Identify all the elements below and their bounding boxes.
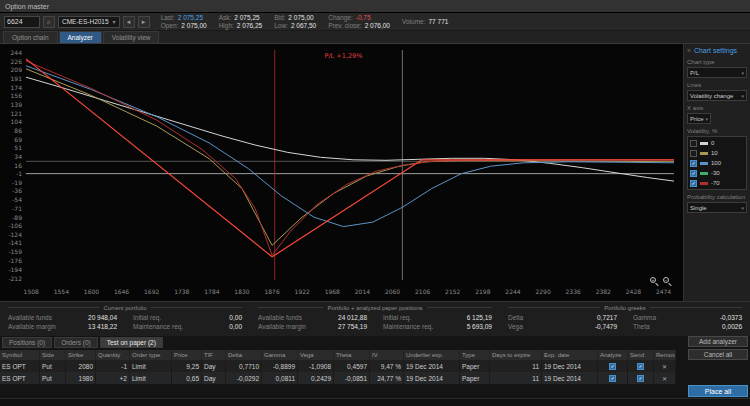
window-titlebar: Option master: [0, 0, 750, 13]
column-header-side[interactable]: Side: [40, 350, 66, 360]
analyze-checkbox[interactable]: ✓: [609, 363, 616, 370]
column-header-tif[interactable]: TIF: [202, 350, 226, 360]
lines-select[interactable]: Volatility change ▾: [687, 90, 747, 101]
cell: Day: [202, 372, 226, 384]
analyze-checkbox[interactable]: ✓: [609, 375, 616, 382]
tab-volatility-view[interactable]: Volatility view: [103, 31, 160, 43]
quote: Last:2 075,25: [161, 14, 207, 21]
column-header-order-type[interactable]: Order type: [130, 350, 172, 360]
table-row[interactable]: ES OPTPut2080-1Limit9,25Day0,7710-0,8899…: [0, 360, 686, 372]
stat-label: Maintenance req.: [383, 323, 433, 330]
send-checkbox[interactable]: ✓: [637, 375, 644, 382]
volatility-list: 010✓100✓-30✓-70: [687, 136, 747, 190]
column-header-symbol[interactable]: Symbol: [0, 350, 40, 360]
chart-type-label: Chart type: [687, 59, 747, 65]
volatility-value: -30: [711, 170, 720, 176]
column-header-remove[interactable]: Remove: [654, 350, 676, 360]
cell: Paper: [460, 360, 490, 372]
positions-tab-test-on-paper-2[interactable]: Test on paper (2): [100, 337, 163, 348]
quote-label: Low:: [274, 22, 288, 29]
column-header-gamma[interactable]: Gamma: [262, 350, 298, 360]
volatility-item[interactable]: ✓100: [688, 158, 746, 168]
search-icon: ⌕: [47, 18, 51, 26]
quote: High:2 076,25: [219, 22, 263, 29]
contract-next-button[interactable]: ▸: [138, 16, 150, 28]
x-tick-label: 2152: [445, 288, 460, 295]
zoom-in-button[interactable]: +: [650, 277, 658, 285]
cell: Paper: [460, 372, 490, 384]
chart-type-select[interactable]: P/L ▾: [687, 67, 747, 78]
volatility-checkbox[interactable]: ✓: [690, 160, 697, 167]
positions-tab-positions-0[interactable]: Positions (0): [2, 337, 52, 348]
volatility-checkbox[interactable]: [690, 140, 697, 147]
crosshair-pl-label: P/L +1,29%: [325, 52, 363, 60]
positions-tab-orders-0[interactable]: Orders (0): [54, 337, 98, 348]
symbol-search-button[interactable]: ⌕: [43, 16, 55, 28]
lines-value: Volatility change: [690, 93, 733, 99]
volatility-checkbox[interactable]: [690, 150, 697, 157]
column-header-theta[interactable]: Theta: [334, 350, 370, 360]
chevron-right-icon: ▸: [142, 18, 146, 26]
column-header-delta[interactable]: Delta: [226, 350, 262, 360]
cell: ES OPT: [0, 360, 40, 372]
axis-select[interactable]: Price ▾: [687, 113, 711, 124]
column-header-days-to-expire[interactable]: Days to expire: [490, 350, 542, 360]
zoom-out-button[interactable]: −: [663, 277, 671, 285]
analyze-cell: ✓: [598, 360, 628, 372]
stat-value: 20 948,04: [88, 314, 117, 321]
column-header-price[interactable]: Price: [172, 350, 202, 360]
x-tick-label: 2014: [355, 288, 370, 295]
remove-cell: ✕: [654, 372, 676, 384]
column-header-type[interactable]: Type: [460, 350, 490, 360]
send-checkbox[interactable]: ✓: [637, 363, 644, 370]
x-tick-label: 1554: [54, 288, 69, 295]
cancel-all-button[interactable]: Cancel all: [688, 349, 748, 360]
stat-label: Initial req.: [383, 314, 411, 321]
table-row[interactable]: ES OPTPut1980+2Limit0,65Day-0,02920,0811…: [0, 372, 686, 384]
x-tick-label: 2060: [385, 288, 400, 295]
volatility-checkbox[interactable]: ✓: [690, 180, 697, 187]
y-tick-label: 139: [11, 101, 23, 108]
remove-icon[interactable]: ✕: [662, 363, 667, 370]
portfolio-section: Portfolio greeksDelta0,7217Gamma-0,0373V…: [500, 302, 750, 336]
quote: Low:2 067,50: [274, 22, 316, 29]
volatility-value: 100: [711, 160, 721, 166]
column-header-analyze[interactable]: Analyze: [598, 350, 628, 360]
quote: Bid:2 075,00: [274, 14, 316, 21]
cell: ES OPT: [0, 372, 40, 384]
quote: Change:-0,75: [328, 14, 390, 21]
tab-option-chain[interactable]: Option chain: [3, 31, 58, 43]
contract-prev-button[interactable]: ◂: [123, 16, 135, 28]
column-header-iv[interactable]: IV: [370, 350, 404, 360]
add-analyzer-button[interactable]: Add analyzer: [688, 336, 748, 347]
cell: -0,8899: [262, 360, 298, 372]
column-header-send[interactable]: Send: [628, 350, 654, 360]
x-tick-label: 2290: [535, 288, 550, 295]
x-tick-label: 1784: [204, 288, 219, 295]
place-all-button[interactable]: Place all: [688, 385, 748, 397]
column-header-vega[interactable]: Vega: [298, 350, 334, 360]
cell: 11: [490, 360, 542, 372]
volatility-item[interactable]: ✓-70: [688, 178, 746, 188]
collapse-icon[interactable]: »: [687, 47, 691, 54]
probability-select[interactable]: Single ▾: [687, 202, 747, 213]
column-header-exp-date[interactable]: Exp. date: [542, 350, 598, 360]
panel-title: Chart settings: [694, 47, 737, 54]
symbol-input[interactable]: [4, 16, 40, 28]
cell: Limit: [130, 372, 172, 384]
tab-analyzer[interactable]: Analyzer: [59, 31, 102, 43]
column-header-strike[interactable]: Strike: [66, 350, 96, 360]
volatility-value: 10: [711, 150, 718, 156]
cell: 19 Dec 2014: [404, 372, 460, 384]
remove-icon[interactable]: ✕: [662, 375, 667, 382]
column-header-quantity[interactable]: Quantity: [96, 350, 130, 360]
column-header-underlier-exp[interactable]: Underlier exp.: [404, 350, 460, 360]
volatility-item[interactable]: ✓-30: [688, 168, 746, 178]
volatility-item[interactable]: 0: [688, 138, 746, 148]
analyzer-chart[interactable]: 2442262091911741561391211048669513416-1-…: [0, 44, 684, 301]
contract-select[interactable]: CME-ES-H2015 ▾: [58, 16, 120, 28]
volatility-checkbox[interactable]: ✓: [690, 170, 697, 177]
volatility-item[interactable]: 10: [688, 148, 746, 158]
x-tick-label: 1600: [84, 288, 99, 295]
y-tick-label: 244: [11, 49, 23, 56]
